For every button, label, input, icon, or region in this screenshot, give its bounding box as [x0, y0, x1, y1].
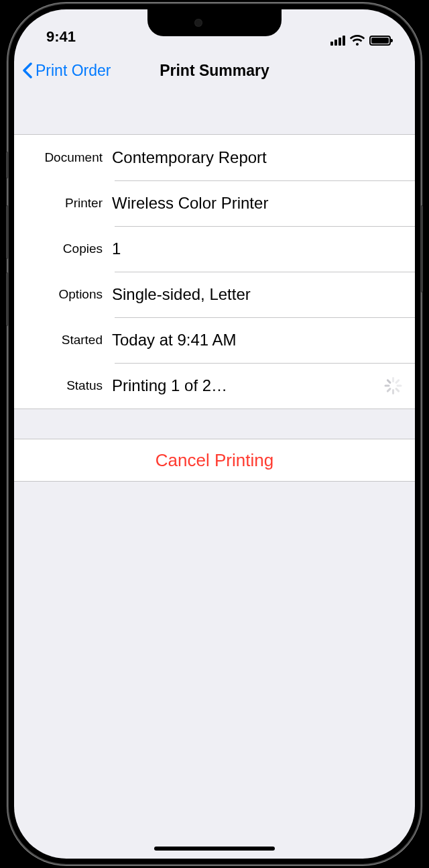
back-button-label: Print Order	[36, 62, 111, 80]
row-value: Contemporary Report	[112, 148, 402, 167]
row-status: Status Printing 1 of 2…	[14, 363, 415, 409]
row-value: Wireless Color Printer	[112, 194, 402, 213]
notch	[147, 9, 282, 36]
spinner-icon	[384, 377, 402, 394]
side-button-volume-down	[6, 272, 9, 326]
cancel-printing-button[interactable]: Cancel Printing	[14, 439, 415, 481]
row-copies: Copies 1	[14, 226, 415, 272]
row-value: Single-sided, Letter	[112, 285, 402, 304]
row-label: Copies	[14, 241, 112, 256]
row-value: 1	[112, 239, 402, 258]
side-button-power	[420, 205, 423, 292]
row-options: Options Single-sided, Letter	[14, 272, 415, 317]
row-label: Options	[14, 287, 112, 302]
side-button-mute	[6, 152, 9, 178]
row-label: Printer	[14, 196, 112, 211]
phone-frame: 9:41 Print Order Print Summary	[9, 4, 420, 864]
row-started: Started Today at 9:41 AM	[14, 317, 415, 363]
status-icons	[330, 35, 391, 46]
row-label: Status	[14, 378, 112, 393]
navigation-bar: Print Order Print Summary	[14, 50, 415, 91]
row-document: Document Contemporary Report	[14, 135, 415, 180]
row-printer: Printer Wireless Color Printer	[14, 180, 415, 226]
row-value: Today at 9:41 AM	[112, 331, 402, 349]
side-button-volume-up	[6, 205, 9, 259]
row-value: Printing 1 of 2…	[112, 376, 384, 395]
status-time: 9:41	[46, 28, 76, 46]
row-label: Document	[14, 150, 112, 165]
home-indicator[interactable]	[154, 847, 275, 851]
row-label: Started	[14, 333, 112, 347]
cellular-signal-icon	[330, 35, 345, 46]
chevron-left-icon	[22, 62, 33, 78]
battery-icon	[369, 36, 391, 46]
back-button[interactable]: Print Order	[22, 62, 111, 80]
wifi-icon	[350, 35, 365, 46]
summary-list: Document Contemporary Report Printer Wir…	[14, 134, 415, 409]
